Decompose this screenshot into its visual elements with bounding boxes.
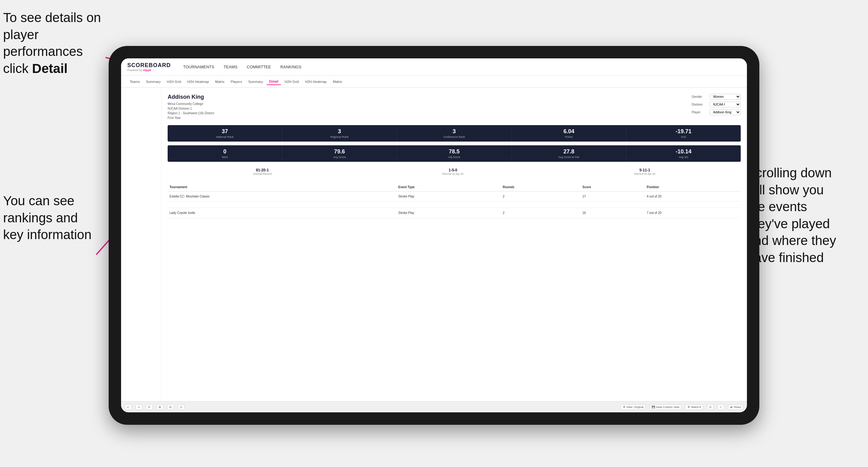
stat-cell: 78.5Adj Score	[397, 145, 512, 162]
annotation-top-left: To see details on player performances cl…	[3, 9, 108, 77]
data-table: Tournament Event Type Rounds Score Posit…	[168, 183, 741, 218]
stat-label: Conference Rank	[399, 135, 509, 138]
annotation-r-5: and where they	[747, 233, 836, 248]
zoom-out-button[interactable]: ⊟	[167, 404, 174, 410]
stats-grid-row2: 0Wins79.6Avg Score78.5Adj Score27.8Avg S…	[168, 145, 741, 162]
nav-committee[interactable]: COMMITTEE	[247, 63, 271, 70]
bottom-toolbar: ↩ ↪ ⟳ ⊞ ⊟ ◷ 👁 View: Original 💾 Save Cust…	[121, 401, 747, 412]
zoom-in-button[interactable]: ⊞	[156, 404, 163, 410]
stat-value: 27.8	[514, 148, 624, 155]
cell-tournament: Estella CC- Mountain Classic	[168, 192, 397, 201]
cell-event-type: Stroke Play	[397, 208, 501, 218]
tab-summary[interactable]: Summary	[144, 79, 163, 85]
annotation-top-left-bold: Detail	[32, 61, 67, 76]
cell-position: 7 out of 20	[645, 208, 741, 218]
table-row: Estella CC- Mountain Classic Stroke Play…	[168, 192, 741, 201]
cell-score	[581, 201, 645, 208]
stat-cell: 79.6Avg Score	[282, 145, 397, 162]
save-custom-view-button[interactable]: 💾 Save Custom View	[649, 404, 681, 410]
stat-cell: 3Conference Rank	[397, 125, 512, 142]
annotation-r-1: Scrolling down	[747, 165, 832, 180]
timer-button[interactable]: ◷	[178, 404, 184, 410]
filter-player-row: Player Addison King	[692, 109, 741, 115]
filter-gender-row: Gender Women	[692, 94, 741, 100]
logo: SCOREBOARD Powered by clippd	[127, 62, 171, 72]
tab-h2h-grid2[interactable]: H2H Grid	[282, 79, 302, 85]
stat-label: Avg Score to Par	[514, 156, 624, 159]
sub-nav: Teams Summary H2H Grid H2H Heatmap Matri…	[121, 76, 747, 88]
cell-position	[645, 201, 741, 208]
annotation-bl-3: key information	[3, 227, 92, 242]
player-filters: Gender Women Division NJCAA I	[692, 94, 741, 115]
record-value: 5-11-1	[634, 168, 655, 172]
annotation-bottom-left: You can see rankings and key information	[3, 192, 102, 243]
stat-label: Avg Score	[284, 156, 395, 159]
annotation-bl-2: rankings and	[3, 211, 78, 225]
refresh-button[interactable]: ⟳	[146, 404, 153, 410]
annotation-r-4: they've played	[747, 216, 830, 231]
tab-h2h-heatmap2[interactable]: H2H Heatmap	[303, 79, 330, 85]
player-select[interactable]: Addison King	[710, 109, 741, 115]
tablet-frame: SCOREBOARD Powered by clippd TOURNAMENTS…	[108, 46, 760, 425]
table-header-row: Tournament Event Type Rounds Score Posit…	[168, 183, 741, 192]
cell-rounds: 2	[501, 192, 581, 201]
record-item: 5-11-1Record vs top 50	[634, 168, 655, 176]
cell-event-type	[397, 201, 501, 208]
logo-brand: clippd	[143, 69, 151, 72]
tab-players[interactable]: Players	[228, 79, 245, 85]
nav-rankings[interactable]: RANKINGS	[280, 63, 302, 70]
content-area: Addison King Mesa Community College NJCA…	[161, 88, 747, 401]
undo-button[interactable]: ↩	[125, 404, 132, 410]
main-content: Addison King Mesa Community College NJCA…	[121, 88, 747, 401]
stat-label: National Rank	[169, 135, 280, 138]
nav-tournaments[interactable]: TOURNAMENTS	[183, 63, 214, 70]
tab-h2h-grid[interactable]: H2H Grid	[164, 79, 183, 85]
nav-teams[interactable]: TEAMS	[223, 63, 238, 70]
col-position: Position	[645, 183, 741, 192]
division-label: Division	[692, 103, 707, 106]
col-rounds: Rounds	[501, 183, 581, 192]
view-original-button[interactable]: 👁 View: Original	[621, 404, 646, 410]
tab-detail[interactable]: Detail	[267, 78, 281, 85]
division-select[interactable]: NJCAA I	[710, 101, 741, 107]
tab-teams[interactable]: Teams	[127, 79, 142, 85]
stat-value: -19.71	[628, 128, 739, 135]
record-label: Record vs top 25	[442, 172, 464, 176]
watch-button[interactable]: 👁 Watch ▾	[685, 404, 703, 410]
redo-button[interactable]: ↪	[135, 404, 142, 410]
record-label: Record vs top 50	[634, 172, 655, 176]
col-score: Score	[581, 183, 645, 192]
layout-button[interactable]: ⊡	[707, 404, 714, 410]
stat-value: 0	[169, 148, 280, 155]
tab-h2h-heatmap[interactable]: H2H Heatmap	[185, 79, 211, 85]
stat-cell: 27.8Avg Score to Par	[512, 145, 626, 162]
col-tournament: Tournament	[168, 183, 397, 192]
logo-main: SCOREBOARD	[127, 62, 171, 69]
table-row	[168, 201, 741, 208]
tablet-screen: SCOREBOARD Powered by clippd TOURNAMENTS…	[121, 58, 747, 412]
share-button[interactable]: ⇄ Share	[728, 404, 743, 410]
table-row: Lady Coyote Invite Stroke Play 2 16 7 ou…	[168, 208, 741, 218]
cell-event-type: Stroke Play	[397, 192, 501, 201]
stat-value: 78.5	[399, 148, 509, 155]
tab-summary2[interactable]: Summary	[246, 79, 266, 85]
stat-value: -10.14	[628, 148, 739, 155]
fullscreen-button[interactable]: ⤢	[717, 404, 724, 410]
stat-label: Regional Rank	[284, 135, 395, 138]
records-row: 91-20-1Overall Record1-5-0Record vs top …	[168, 165, 741, 178]
annotation-bl-1: You can see	[3, 193, 74, 208]
record-label: Overall Record	[253, 172, 272, 176]
stat-value: 3	[284, 128, 395, 135]
table-body: Estella CC- Mountain Classic Stroke Play…	[168, 192, 741, 218]
tab-matrix[interactable]: Matrix	[213, 79, 227, 85]
gender-select[interactable]: Women	[710, 94, 741, 100]
annotation-right: Scrolling down will show you the events …	[747, 164, 865, 267]
logo-powered: Powered by clippd	[127, 69, 171, 72]
tab-matrix2[interactable]: Matrix	[330, 79, 345, 85]
left-sidebar	[121, 88, 161, 401]
logo-sub-text: Powered by	[127, 69, 143, 72]
cell-rounds: 2	[501, 208, 581, 218]
cell-rounds	[501, 201, 581, 208]
stat-label: SoS	[628, 135, 739, 138]
record-value: 1-5-0	[442, 168, 464, 172]
